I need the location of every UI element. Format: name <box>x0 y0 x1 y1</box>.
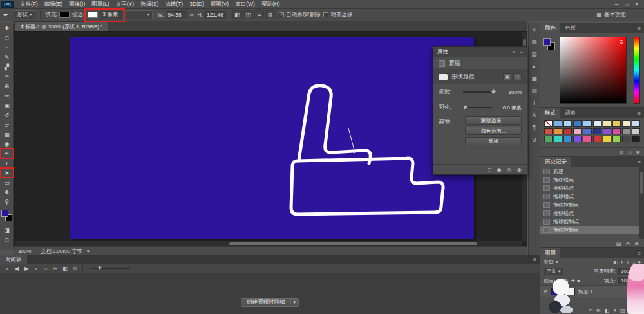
stroke-swatch[interactable] <box>88 12 98 18</box>
filter-shape-icon[interactable]: □ <box>632 259 635 265</box>
zoom-tool[interactable]: ⚲ <box>0 197 14 207</box>
clear-style-icon[interactable]: ⊘ <box>620 149 624 155</box>
filter-pixel-icon[interactable]: ◧ <box>613 259 618 265</box>
hue-slider[interactable] <box>634 37 640 104</box>
style-swatch[interactable] <box>603 136 611 142</box>
style-swatch[interactable] <box>583 120 591 127</box>
blur-tool[interactable]: ◉ <box>0 139 14 149</box>
fill-swatch[interactable] <box>59 12 70 18</box>
lock-position-icon[interactable]: ✚ <box>571 278 576 284</box>
layer-group-icon[interactable]: ▤ <box>620 308 625 313</box>
horizontal-scrollbar-thumb[interactable] <box>229 242 477 245</box>
style-swatch[interactable] <box>622 120 630 127</box>
styles-panel-icon[interactable]: ▦ <box>530 75 539 82</box>
adjustments-panel-icon[interactable]: ◐ <box>530 62 539 70</box>
panel-menu-icon[interactable]: ≡ <box>634 108 644 118</box>
layer-style-icon[interactable]: fx <box>596 308 600 313</box>
density-value[interactable]: 100% <box>497 89 522 95</box>
menu-item[interactable]: 选择(S) <box>137 1 162 8</box>
stroke-width-field[interactable]: 3 像素 <box>100 11 122 19</box>
link-dimensions-icon[interactable]: ∞ <box>190 12 194 18</box>
delete-style-icon[interactable]: ⊗ <box>636 149 640 155</box>
history-state[interactable]: 拖移锚点 <box>540 176 644 184</box>
style-swatch[interactable] <box>632 120 640 127</box>
add-transition-button[interactable]: ◧ <box>61 264 70 272</box>
history-state[interactable]: 拖移控制点 <box>540 217 644 226</box>
style-swatch[interactable] <box>564 136 572 142</box>
hand-tool[interactable]: ❖ <box>0 187 14 197</box>
panel-tab[interactable]: 色板 <box>560 23 580 33</box>
density-slider-knob[interactable] <box>490 89 497 95</box>
new-style-icon[interactable]: □ <box>628 149 631 155</box>
close-button[interactable]: ✕ <box>631 1 642 7</box>
lock-pixels-icon[interactable]: ✎ <box>565 278 569 284</box>
color-panel-icon[interactable]: ▧ <box>530 38 539 46</box>
style-swatch[interactable] <box>554 120 562 127</box>
delete-layer-icon[interactable]: ⊗ <box>636 308 640 313</box>
feather-value[interactable]: 0.0 像素 <box>497 104 522 111</box>
menu-item[interactable]: 文字(Y) <box>113 1 137 8</box>
eyedropper-tool[interactable]: ✑ <box>0 71 14 81</box>
lock-all-icon[interactable]: ■ <box>577 278 580 284</box>
type-tool[interactable]: T <box>0 158 14 168</box>
workspace-switcher[interactable]: ▦ 基本功能 <box>596 11 626 19</box>
status-caret-icon[interactable]: ▸ <box>88 248 90 254</box>
brush-tool[interactable]: ✏ <box>0 91 14 100</box>
info-panel-icon[interactable]: i <box>530 99 539 107</box>
foreground-color-swatch[interactable] <box>543 38 551 46</box>
create-video-timeline-button[interactable]: 创建视频时间轴 ▾ <box>241 298 299 307</box>
menu-item[interactable]: 帮助(H) <box>258 1 283 8</box>
density-slider[interactable] <box>463 91 493 93</box>
add-pixel-mask-button[interactable]: ▣ <box>503 73 511 80</box>
apply-mask-icon[interactable]: ◉ <box>497 167 502 173</box>
swatches-panel-icon[interactable]: ▤ <box>530 50 539 58</box>
menu-item[interactable]: 编辑(E) <box>41 1 66 8</box>
panel-menu-icon[interactable]: ≡ <box>634 248 644 258</box>
stroke-style-dropdown[interactable]: ——— ▾ <box>126 10 153 19</box>
panel-tab[interactable]: 图层 <box>540 248 560 258</box>
path-arrange-button[interactable]: ≡ <box>254 10 264 19</box>
refine-button[interactable]: 蒙版边缘... <box>465 116 522 125</box>
mute-audio-button[interactable]: ○ <box>41 264 50 272</box>
fill-field[interactable]: 100% ▾ <box>618 277 641 284</box>
clone-stamp-tool[interactable]: ▣ <box>0 100 14 110</box>
lock-transparency-icon[interactable]: ▨ <box>558 278 563 284</box>
style-swatch[interactable] <box>554 128 562 134</box>
menu-item[interactable]: 图层(L) <box>88 1 112 8</box>
horizontal-scrollbar[interactable] <box>15 241 522 246</box>
auto-add-delete-checkbox[interactable]: ✓ <box>279 12 284 17</box>
play-button[interactable]: ▶ <box>22 264 31 272</box>
pen-tool[interactable]: ✒ <box>0 149 14 158</box>
paragraph-panel-icon[interactable]: ¶ <box>530 124 539 131</box>
quick-mask-button[interactable]: ◨ <box>0 225 14 235</box>
menu-item[interactable]: 视图(V) <box>207 1 232 8</box>
style-swatch[interactable] <box>632 136 640 142</box>
timeline-zoom-slider[interactable] <box>91 268 130 269</box>
style-swatch[interactable] <box>544 120 553 127</box>
path-selection-tool[interactable]: ➤ <box>0 168 14 178</box>
style-swatch[interactable] <box>603 120 611 127</box>
tool-mode-dropdown[interactable]: 形状 ▾ <box>14 10 35 19</box>
style-swatch[interactable] <box>632 128 640 134</box>
restore-button[interactable]: □ <box>621 1 631 7</box>
new-layer-icon[interactable]: □ <box>629 308 632 313</box>
collapse-panel-icon[interactable]: « <box>513 49 516 55</box>
filter-smart-object-icon[interactable]: ● <box>638 259 641 265</box>
panel-menu-icon[interactable]: ≡ <box>634 23 644 33</box>
history-state[interactable]: 拖移锚点 <box>540 209 644 217</box>
history-state[interactable]: 拖移控制点 <box>540 226 644 234</box>
gradient-tool[interactable]: ▦ <box>0 129 14 139</box>
panel-tab[interactable]: 历史记录 <box>540 157 571 167</box>
align-edges-checkbox[interactable] <box>323 12 328 17</box>
shape-tool[interactable]: ▭ <box>0 178 14 187</box>
split-clip-button[interactable]: ✂ <box>51 264 60 272</box>
timeline-tab[interactable]: 时间轴 <box>0 255 27 264</box>
history-state[interactable]: 拖移锚点 <box>540 192 644 201</box>
style-swatch[interactable] <box>603 128 611 134</box>
add-vector-mask-button[interactable]: □ <box>513 73 522 80</box>
history-state[interactable]: 拖移控制点 <box>540 201 644 209</box>
layer-mask-icon[interactable]: ◧ <box>604 308 609 313</box>
gear-button[interactable]: ⚙ <box>265 10 275 19</box>
history-scrollbar[interactable] <box>639 167 644 239</box>
style-swatch[interactable] <box>612 128 621 134</box>
